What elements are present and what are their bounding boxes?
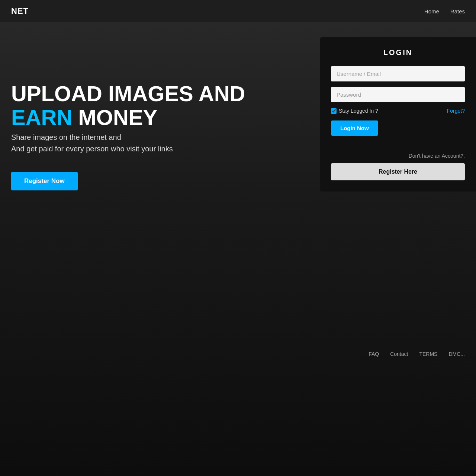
footer-faq-link[interactable]: FAQ (369, 351, 379, 357)
site-logo: NET (11, 6, 29, 16)
hero-title-cyan: EARN (11, 105, 72, 129)
stay-logged-label[interactable]: Stay Logged In ? (331, 108, 378, 114)
stay-logged-text: Stay Logged In ? (339, 108, 378, 114)
hero-subtitle1: Share images on the internet and (11, 133, 290, 142)
footer-terms-link[interactable]: TERMS (419, 351, 437, 357)
hero-title: UPLOAD IMAGES AND EARN MONEY (11, 82, 290, 129)
login-options: Stay Logged In ? Forgot? (331, 108, 465, 114)
password-input[interactable] (331, 87, 465, 102)
username-input[interactable] (331, 66, 465, 81)
nav-rates-link[interactable]: Rates (450, 8, 465, 15)
login-panel: LOGIN Stay Logged In ? Forgot? Login Now… (320, 37, 476, 192)
nav-home-link[interactable]: Home (424, 8, 439, 15)
hero-title-line1: UPLOAD IMAGES AND (11, 81, 245, 106)
footer-contact-link[interactable]: Contact (390, 351, 408, 357)
footer-dmc-link[interactable]: DMC... (448, 351, 465, 357)
navbar: NET Home Rates (0, 0, 476, 22)
nav-links: Home Rates (424, 8, 465, 15)
divider (331, 147, 465, 147)
forgot-password-link[interactable]: Forgot? (447, 108, 465, 114)
hero-subtitle2: And get paid for every person who visit … (11, 145, 290, 153)
footer: FAQ Contact TERMS DMC... (369, 351, 465, 357)
login-now-button[interactable]: Login Now (331, 120, 378, 136)
login-title: LOGIN (331, 48, 465, 57)
hero-title-rest: MONEY (72, 105, 157, 129)
stay-logged-checkbox[interactable] (331, 108, 337, 114)
register-here-button[interactable]: Register Here (331, 163, 465, 180)
no-account-text: Don't have an Account?. (331, 153, 465, 159)
register-now-button[interactable]: Register Now (11, 172, 78, 190)
hero-section: UPLOAD IMAGES AND EARN MONEY Share image… (0, 22, 305, 476)
